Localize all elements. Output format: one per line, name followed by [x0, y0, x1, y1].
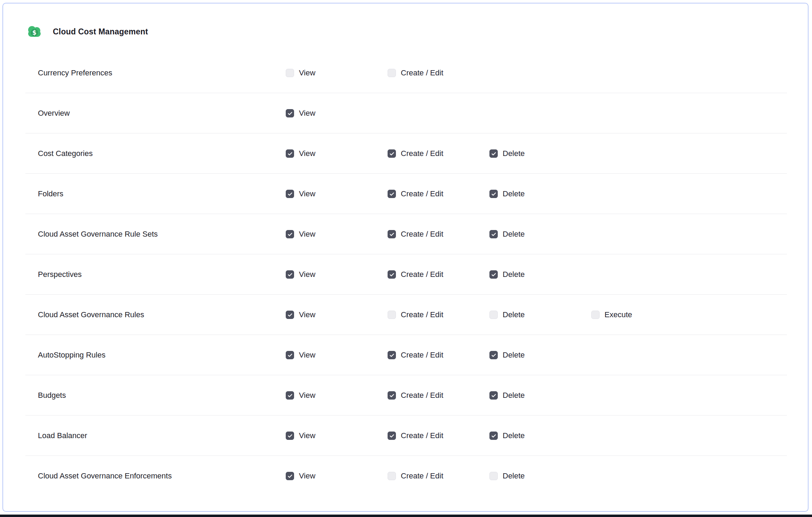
checked-checkbox-icon[interactable]: [388, 432, 396, 440]
permission-row-cost-categories: Cost CategoriesViewCreate / EditDelete: [3, 133, 808, 174]
checked-checkbox-icon[interactable]: [388, 270, 396, 279]
permission-label: Create / Edit: [401, 431, 443, 440]
permission-row-budgets: BudgetsViewCreate / EditDelete: [3, 375, 808, 416]
permission-label: Create / Edit: [401, 351, 443, 360]
checked-checkbox-icon[interactable]: [489, 149, 498, 158]
unchecked-checkbox-icon[interactable]: [591, 311, 600, 319]
permission-label: Execute: [604, 310, 632, 319]
permission-create-edit-checkbox[interactable]: Create / Edit: [388, 149, 489, 158]
unchecked-checkbox-icon[interactable]: [286, 69, 294, 77]
checked-checkbox-icon[interactable]: [286, 432, 294, 440]
checked-checkbox-icon[interactable]: [286, 109, 294, 117]
permission-create-edit-checkbox[interactable]: Create / Edit: [388, 351, 489, 360]
permission-delete-checkbox[interactable]: Delete: [489, 471, 591, 481]
permission-view-checkbox[interactable]: View: [286, 471, 388, 481]
permission-label: Delete: [503, 149, 525, 158]
checked-checkbox-icon[interactable]: [489, 190, 498, 198]
permission-view-checkbox[interactable]: View: [286, 230, 388, 239]
page-title: Cloud Cost Management: [53, 27, 148, 36]
permission-view-checkbox[interactable]: View: [286, 310, 388, 319]
permission-delete-checkbox[interactable]: Delete: [489, 351, 591, 360]
checked-checkbox-icon[interactable]: [286, 391, 294, 400]
permission-view-checkbox[interactable]: View: [286, 351, 388, 360]
checked-checkbox-icon[interactable]: [489, 351, 498, 359]
checked-checkbox-icon[interactable]: [286, 230, 294, 238]
permission-view-checkbox[interactable]: View: [286, 431, 388, 440]
permission-label: View: [299, 230, 315, 239]
permission-view-checkbox[interactable]: View: [286, 270, 388, 279]
permission-label: View: [299, 351, 315, 360]
permission-delete-checkbox[interactable]: Delete: [489, 391, 591, 400]
resource-label: Perspectives: [38, 270, 286, 279]
permission-delete-checkbox[interactable]: Delete: [489, 431, 591, 440]
permission-view-checkbox[interactable]: View: [286, 68, 388, 77]
permission-create-edit-checkbox[interactable]: Create / Edit: [388, 431, 489, 440]
permission-execute-checkbox[interactable]: Execute: [591, 310, 693, 319]
permission-label: Create / Edit: [401, 391, 443, 400]
permission-row-autostopping-rules: AutoStopping RulesViewCreate / EditDelet…: [3, 335, 808, 375]
permission-label: Create / Edit: [401, 149, 443, 158]
permission-label: View: [299, 431, 315, 440]
permission-label: View: [299, 149, 315, 158]
checked-checkbox-icon[interactable]: [388, 351, 396, 359]
checked-checkbox-icon[interactable]: [286, 351, 294, 359]
permission-row-overview: OverviewView: [3, 93, 808, 133]
permission-delete-checkbox[interactable]: Delete: [489, 270, 591, 279]
bottom-window-edge: [0, 515, 812, 517]
permission-create-edit-checkbox[interactable]: Create / Edit: [388, 310, 489, 319]
permission-delete-checkbox[interactable]: Delete: [489, 230, 591, 239]
checked-checkbox-icon[interactable]: [286, 270, 294, 279]
svg-text:$: $: [32, 29, 36, 36]
unchecked-checkbox-icon[interactable]: [388, 311, 396, 319]
dollar-cloud-icon: $: [26, 24, 42, 40]
permission-create-edit-checkbox[interactable]: Create / Edit: [388, 391, 489, 400]
resource-label: Cloud Asset Governance Enforcements: [38, 471, 286, 481]
checked-checkbox-icon[interactable]: [489, 230, 498, 238]
checked-checkbox-icon[interactable]: [286, 149, 294, 158]
checked-checkbox-icon[interactable]: [489, 391, 498, 400]
permission-delete-checkbox[interactable]: Delete: [489, 149, 591, 158]
unchecked-checkbox-icon[interactable]: [489, 472, 498, 480]
resource-label: Load Balancer: [38, 431, 286, 440]
checked-checkbox-icon[interactable]: [286, 472, 294, 480]
permission-label: Create / Edit: [401, 68, 443, 77]
permission-label: Create / Edit: [401, 471, 443, 481]
permission-create-edit-checkbox[interactable]: Create / Edit: [388, 471, 489, 481]
unchecked-checkbox-icon[interactable]: [489, 311, 498, 319]
checked-checkbox-icon[interactable]: [388, 190, 396, 198]
permission-label: Delete: [503, 270, 525, 279]
permission-create-edit-checkbox[interactable]: Create / Edit: [388, 270, 489, 279]
checked-checkbox-icon[interactable]: [489, 270, 498, 279]
permission-create-edit-checkbox[interactable]: Create / Edit: [388, 189, 489, 198]
permission-delete-checkbox[interactable]: Delete: [489, 189, 591, 198]
permission-label: Delete: [503, 471, 525, 481]
resource-label: Folders: [38, 189, 286, 198]
permission-view-checkbox[interactable]: View: [286, 391, 388, 400]
permission-label: View: [299, 391, 315, 400]
permission-label: View: [299, 471, 315, 481]
permission-view-checkbox[interactable]: View: [286, 189, 388, 198]
permission-view-checkbox[interactable]: View: [286, 109, 388, 118]
permissions-table: Currency PreferencesViewCreate / EditOve…: [3, 53, 808, 496]
permission-row-cloud-asset-governance-rule-sets: Cloud Asset Governance Rule SetsViewCrea…: [3, 214, 808, 254]
permission-delete-checkbox[interactable]: Delete: [489, 310, 591, 319]
checked-checkbox-icon[interactable]: [388, 391, 396, 400]
checked-checkbox-icon[interactable]: [286, 311, 294, 319]
permission-view-checkbox[interactable]: View: [286, 149, 388, 158]
permission-label: Delete: [503, 310, 525, 319]
resource-label: Cloud Asset Governance Rule Sets: [38, 230, 286, 239]
checked-checkbox-icon[interactable]: [489, 432, 498, 440]
permission-label: Create / Edit: [401, 230, 443, 239]
permission-label: Delete: [503, 189, 525, 198]
permission-label: Delete: [503, 351, 525, 360]
permission-create-edit-checkbox[interactable]: Create / Edit: [388, 68, 489, 77]
permission-row-folders: FoldersViewCreate / EditDelete: [3, 174, 808, 214]
unchecked-checkbox-icon[interactable]: [388, 472, 396, 480]
checked-checkbox-icon[interactable]: [388, 149, 396, 158]
permission-create-edit-checkbox[interactable]: Create / Edit: [388, 230, 489, 239]
card-header: $ Cloud Cost Management: [3, 3, 808, 40]
permission-row-perspectives: PerspectivesViewCreate / EditDelete: [3, 254, 808, 295]
checked-checkbox-icon[interactable]: [286, 190, 294, 198]
checked-checkbox-icon[interactable]: [388, 230, 396, 238]
unchecked-checkbox-icon[interactable]: [388, 69, 396, 77]
